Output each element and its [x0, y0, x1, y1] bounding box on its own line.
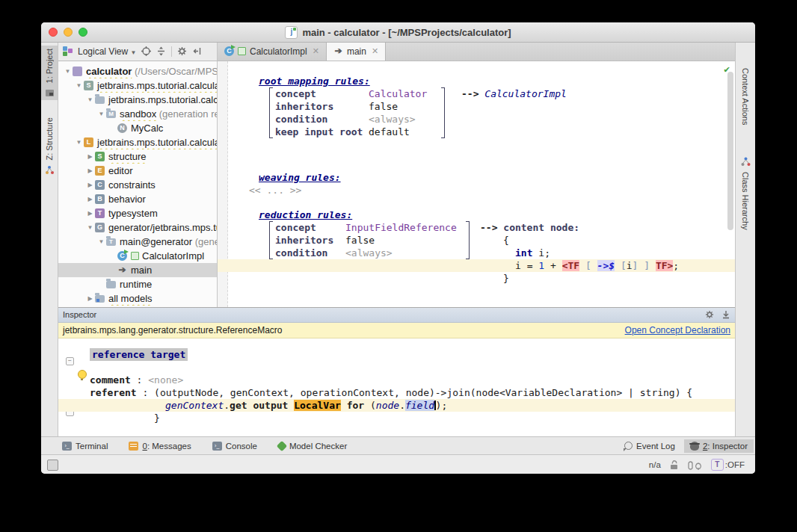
project-toolwindow-icon: [45, 88, 55, 98]
root-mapping-rule[interactable]: conceptCalculator inheritorsfalse condit…: [269, 87, 735, 138]
editor-tab-strip: C CalculatorImpl ✕ ➔ main ✕: [218, 43, 735, 61]
console-button[interactable]: ›_Console: [212, 442, 257, 451]
close-tab-icon[interactable]: ✕: [372, 46, 378, 56]
window-file-icon: j: [285, 26, 298, 39]
all-models-icon: [95, 295, 105, 303]
model-checker-icon: [277, 440, 287, 451]
inspector-icon: [690, 442, 699, 451]
toolwindow-quick-access-icon[interactable]: [47, 460, 58, 471]
referent-line[interactable]: referent : (outputNode, genContext, oper…: [90, 386, 735, 399]
toolwindow-tab-context-actions[interactable]: Context Actions: [736, 65, 755, 128]
comment-line[interactable]: comment : <none>: [90, 374, 735, 386]
root-node-icon: [238, 47, 246, 55]
reduction-rules-header[interactable]: reduction rules:: [259, 208, 735, 221]
referent-body-line[interactable]: genContext.get output LocalVar for (node…: [90, 399, 735, 412]
tree-row-editor[interactable]: ▶Eeditor: [58, 164, 217, 178]
locate-icon[interactable]: [141, 46, 151, 56]
tree-row-language[interactable]: ▼Ljetbrains.mps.tutorial.calculator: [58, 135, 217, 149]
weaving-rules-body[interactable]: << ... >>: [249, 184, 735, 197]
typesystem-aspect-icon: T: [95, 208, 105, 218]
terminal-icon: ›_: [62, 442, 72, 451]
terminal-button[interactable]: ›_Terminal: [62, 442, 108, 451]
node-icon: N: [117, 123, 127, 133]
close-tab-icon[interactable]: ✕: [313, 46, 319, 56]
hide-panel-icon[interactable]: [192, 46, 202, 56]
tab-main[interactable]: ➔ main ✕: [327, 43, 386, 61]
messages-button[interactable]: 0: Messages: [129, 442, 191, 451]
tree-row-structure[interactable]: ▶Sstructure: [58, 149, 217, 164]
toolwindow-tab-project[interactable]: 1: Project: [41, 46, 58, 100]
tree-row-generator[interactable]: ▼Ggenerator/jetbrains.mps.tutorial.calcu…: [58, 220, 217, 235]
reference-macro-token: ->$: [597, 260, 615, 271]
position-indicator: n/a: [649, 460, 661, 469]
inspector-editor[interactable]: − − reference target comment : <none> re…: [58, 338, 735, 436]
title-bar: j main - calculator - [~/MPSProjects/cal…: [41, 22, 755, 43]
toolwindow-bar: ›_Terminal 0: Messages ›_Console Model C…: [41, 436, 755, 454]
intention-bulb-icon[interactable]: [78, 370, 87, 379]
structure-aspect-icon: S: [95, 152, 105, 161]
tree-row-mycalc[interactable]: NMyCalc: [58, 121, 217, 135]
bracket-right: [466, 221, 470, 259]
project-tree: ▼calculator (/Users/Oscar/MPSProjects/ca…: [58, 61, 218, 307]
lock-icon[interactable]: [670, 460, 678, 470]
tree-row-solution[interactable]: ▼Sjetbrains.mps.tutorial.calculator: [58, 78, 217, 93]
reference-target-cell[interactable]: reference target: [90, 348, 735, 361]
view-selector[interactable]: Logical View ▼: [78, 46, 136, 57]
inspector-title: Inspector: [63, 310, 96, 319]
gear-icon[interactable]: [177, 46, 187, 56]
logical-view-icon: [63, 46, 73, 56]
fold-marker-icon[interactable]: −: [66, 357, 74, 365]
tree-row-all-models[interactable]: ▶all models: [58, 291, 217, 306]
weaving-rules-header[interactable]: weaving rules:: [259, 171, 735, 184]
left-tool-stripe: 1: Project Z: Structure: [41, 43, 58, 436]
typesystem-toggle-icon[interactable]: T: [711, 459, 724, 471]
inspector-button[interactable]: 2: Inspector: [684, 439, 754, 453]
toolwindow-tab-structure[interactable]: Z: Structure: [41, 114, 58, 177]
minimize-window-button[interactable]: [64, 28, 73, 37]
hector-icon[interactable]: [687, 460, 702, 470]
tree-row-sandbox[interactable]: ▼Msandbox (generation required): [58, 107, 217, 121]
reduction-rule[interactable]: conceptInputFieldReference inheritorsfal…: [269, 221, 735, 285]
gear-icon[interactable]: [705, 310, 714, 319]
collapse-all-icon[interactable]: [156, 46, 166, 56]
zoom-window-button[interactable]: [79, 28, 87, 37]
console-icon: ›_: [212, 442, 222, 451]
model-checker-button[interactable]: Model Checker: [278, 442, 347, 451]
tree-row-package[interactable]: ▼jetbrains.mps.tutorial.calculator: [58, 93, 217, 107]
calculator-impl-icon: C: [117, 251, 127, 261]
project-view-toolbar: Logical View ▼: [58, 43, 218, 61]
constraints-aspect-icon: C: [95, 180, 105, 190]
language-icon: L: [84, 137, 93, 147]
editor-pane[interactable]: ✔ root mapping rules: conceptCalculator …: [218, 61, 735, 307]
right-tool-stripe: Context Actions Class Hierarchy: [735, 43, 755, 436]
tree-row-calculator[interactable]: ▼calculator (/Users/Oscar/MPSProjects/ca…: [58, 64, 217, 78]
tree-row-calculatorimpl[interactable]: CCalculatorImpl: [58, 249, 217, 263]
hide-panel-icon[interactable]: [721, 310, 730, 319]
localvar-token: LocalVar: [294, 400, 341, 411]
concept-banner: jetbrains.mps.lang.generator.structure.R…: [58, 323, 735, 338]
status-bar: n/a T :OFF: [41, 454, 755, 474]
tree-row-behavior[interactable]: ▶Bbehavior: [58, 192, 217, 206]
root-node-icon: [131, 252, 139, 260]
template-fragment-open: <TF: [562, 260, 579, 271]
model-folder-icon: M: [106, 111, 116, 118]
root-mapping-rules-header[interactable]: root mapping rules:: [259, 75, 735, 87]
mps-window: j main - calculator - [~/MPSProjects/cal…: [41, 22, 755, 474]
behavior-aspect-icon: B: [95, 194, 105, 204]
mapping-config-icon: ➔: [117, 265, 127, 275]
macro-line[interactable]: i = 1 + <TF [ ->$ [i] ] TF>;: [480, 259, 679, 272]
event-log-button[interactable]: Event Log: [624, 442, 675, 451]
tree-row-main-generator[interactable]: ▼Tmain@generator (generation required): [58, 235, 217, 249]
tree-row-constraints[interactable]: ▶Cconstraints: [58, 178, 217, 192]
tree-row-runtime[interactable]: runtime: [58, 277, 217, 291]
generator-model-icon: T: [106, 238, 116, 246]
tree-row-typesystem[interactable]: ▶Ttypesystem: [58, 206, 217, 220]
close-window-button[interactable]: [49, 28, 58, 37]
pattern-rules-header[interactable]: pattern rules:: [259, 304, 735, 307]
inspector-panel: Inspector jetbrains.mps.lang.generator.s…: [58, 307, 735, 436]
tab-calculatorimpl[interactable]: C CalculatorImpl ✕: [218, 43, 327, 61]
open-concept-declaration-link[interactable]: Open Concept Declaration: [625, 325, 730, 335]
typesystem-off-label: :OFF: [725, 460, 745, 469]
toolwindow-tab-class-hierarchy[interactable]: Class Hierarchy: [736, 155, 755, 233]
tree-row-main-selected[interactable]: ➔main: [58, 263, 217, 277]
